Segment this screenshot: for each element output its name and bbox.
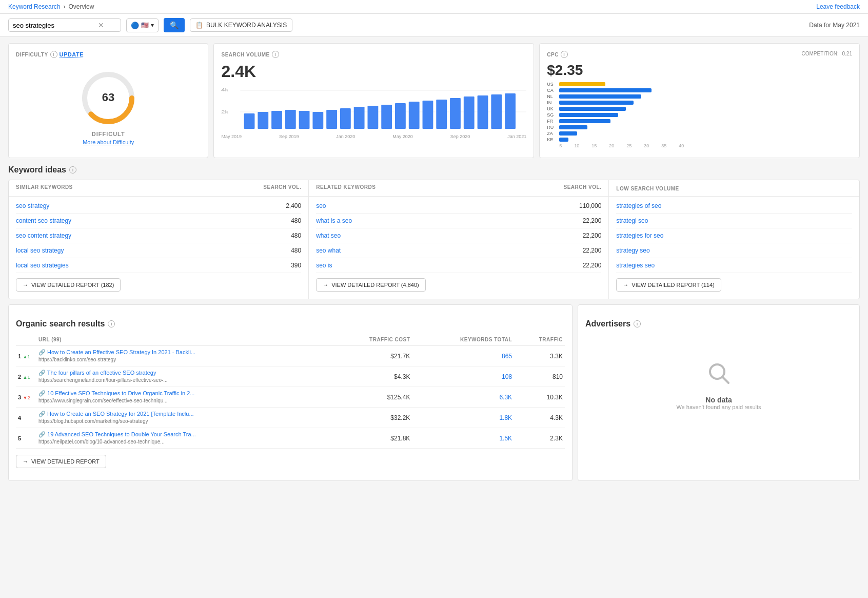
related-keywords-header: RELATED KEYWORDS [316, 184, 376, 192]
svg-text:63: 63 [102, 91, 114, 104]
svg-rect-20 [423, 101, 433, 129]
search-volume-label: SEARCH VOLUME i [221, 51, 526, 58]
organic-link-2[interactable]: 🔗 The four pillars of an effective SEO s… [38, 370, 328, 376]
advertisers-card: Advertisers i No data We haven't found a… [578, 304, 860, 481]
cpc-label: CPC i [547, 51, 568, 58]
organic-link-3[interactable]: 🔗 10 Effective SEO Techniques to Drive O… [38, 390, 328, 397]
svg-rect-15 [354, 107, 365, 129]
cpc-value: $2.35 [547, 62, 852, 79]
svg-rect-26 [505, 93, 516, 129]
traffic-header: TRAFFIC [514, 334, 565, 346]
svg-rect-18 [395, 103, 406, 129]
low-volume-column: strategies of seo strategi seo strategie… [609, 197, 859, 299]
low-kw-5[interactable]: strategies seo [616, 262, 655, 269]
related-kw-4[interactable]: seo what [316, 247, 341, 254]
svg-rect-21 [437, 100, 447, 129]
svg-rect-8 [258, 112, 269, 129]
search-volume-value: 2.4K [221, 62, 526, 81]
breadcrumb-separator: › [63, 3, 65, 10]
low-kw-4[interactable]: strategy seo [616, 247, 649, 254]
search-volume-card: SEARCH VOLUME i 2.4K 4k 2k [213, 43, 534, 158]
breadcrumb-parent[interactable]: Keyword Research [8, 3, 60, 10]
search-engine-selector[interactable]: 🔵 🇺🇸 ▾ [126, 18, 159, 32]
bulk-keyword-button[interactable]: 📋 BULK KEYWORD ANALYSIS [190, 18, 292, 32]
svg-rect-16 [368, 106, 379, 129]
organic-table: URL (99) TRAFFIC COST KEYWORDS TOTAL TRA… [16, 334, 565, 449]
organic-info-icon[interactable]: i [108, 320, 115, 327]
kw-link-2[interactable]: 108 [502, 373, 512, 380]
search-volume-info-icon[interactable]: i [272, 51, 279, 58]
low-kw-2[interactable]: strategi seo [616, 217, 648, 224]
similar-kw-4[interactable]: local seo strategy [16, 247, 64, 254]
organic-section-title: Organic search results i [16, 319, 565, 329]
data-info: Data for May 2021 [809, 22, 860, 29]
svg-rect-9 [272, 111, 283, 129]
bottom-row: Organic search results i URL (99) TRAFFI… [8, 304, 860, 481]
similar-kw-2[interactable]: content seo strategy [16, 217, 71, 224]
breadcrumb: Keyword Research › Overview [8, 3, 94, 10]
difficulty-update-link[interactable]: Update [60, 51, 84, 57]
similar-kw-5[interactable]: local seo strategies [16, 262, 69, 269]
table-row: 1 ▲1 🔗 How to Create an Effective SEO St… [16, 346, 565, 366]
svg-rect-12 [313, 112, 324, 129]
search-bar: ✕ 🔵 🇺🇸 ▾ 🔍 📋 BULK KEYWORD ANALYSIS Data … [0, 14, 868, 37]
related-vol-header: SEARCH VOL. [564, 184, 602, 192]
keyword-ideas-card: SIMILAR KEYWORDS SEARCH VOL. RELATED KEY… [8, 180, 860, 299]
difficulty-card: DIFFICULTY i Update 63 DIFFICULT More ab… [8, 43, 208, 158]
svg-rect-25 [491, 94, 502, 129]
main-content: DIFFICULTY i Update 63 DIFFICULT More ab… [0, 37, 868, 487]
svg-rect-13 [327, 110, 338, 129]
traffic-cost-header: TRAFFIC COST [330, 334, 412, 346]
related-kw-1[interactable]: seo [316, 202, 326, 209]
svg-rect-22 [450, 98, 461, 129]
related-kw-5[interactable]: seo is [316, 262, 332, 269]
related-kw-3[interactable]: what seo [316, 232, 341, 239]
low-kw-1[interactable]: strategies of seo [616, 202, 661, 209]
organic-view-report-btn[interactable]: → VIEW DETAILED REPORT [16, 455, 106, 468]
organic-link-1[interactable]: 🔗 How to Create an Effective SEO Strateg… [38, 349, 328, 356]
kw-link-3[interactable]: 6.3K [499, 394, 512, 401]
related-kw-2[interactable]: what is a seo [316, 217, 352, 224]
table-row: 2 ▲1 🔗 The four pillars of an effective … [16, 366, 565, 387]
similar-kw-3[interactable]: seo content strategy [16, 232, 71, 239]
kw-link-4[interactable]: 1.8K [499, 414, 512, 421]
search-button[interactable]: 🔍 [164, 18, 185, 32]
low-volume-view-report-btn[interactable]: → VIEW DETAILED REPORT (114) [616, 278, 721, 292]
advertisers-info-icon[interactable]: i [634, 320, 641, 327]
organic-link-4[interactable]: 🔗 How to Create an SEO Strategy for 2021… [38, 411, 328, 417]
url-col-header-label: URL (99) [36, 334, 330, 346]
competition-info: COMPETITION: 0.21 [802, 51, 852, 56]
organic-link-5[interactable]: 🔗 19 Advanced SEO Techniques to Double Y… [38, 431, 328, 438]
search-input[interactable] [13, 22, 95, 29]
kw-link-1[interactable]: 865 [502, 353, 512, 360]
keyword-ideas-info-icon[interactable]: i [69, 166, 76, 173]
arrow-right-icon-3: → [623, 282, 628, 288]
keyword-ideas-section: Keyword ideas i SIMILAR KEYWORDS SEARCH … [8, 165, 860, 299]
similar-kw-1[interactable]: seo strategy [16, 202, 49, 209]
similar-view-report-btn[interactable]: → VIEW DETAILED REPORT (182) [16, 278, 121, 292]
chevron-down-icon: ▾ [151, 22, 154, 29]
advertisers-section-title: Advertisers i [585, 319, 852, 329]
related-view-report-btn[interactable]: → VIEW DETAILED REPORT (4,840) [316, 278, 426, 292]
metrics-row: DIFFICULTY i Update 63 DIFFICULT More ab… [8, 43, 860, 158]
table-row: 5 🔗 19 Advanced SEO Techniques to Double… [16, 428, 565, 449]
svg-rect-17 [382, 105, 392, 129]
difficulty-level: DIFFICULT [92, 131, 125, 137]
difficulty-gauge: 63 [77, 67, 139, 129]
more-about-difficulty-link[interactable]: More about Difficulty [83, 139, 134, 145]
cpc-info-icon[interactable]: i [561, 51, 568, 58]
svg-text:2k: 2k [221, 109, 228, 114]
search-volume-chart: 4k 2k [221, 85, 526, 137]
google-icon: 🔵 [131, 22, 139, 29]
clear-icon[interactable]: ✕ [98, 21, 104, 29]
svg-rect-24 [478, 95, 488, 129]
svg-rect-23 [464, 97, 475, 129]
kw-link-5[interactable]: 1.5K [499, 435, 512, 442]
gauge-container: 63 DIFFICULT More about Difficulty [16, 62, 201, 150]
low-kw-3[interactable]: strategies for seo [616, 232, 663, 239]
svg-line-28 [722, 377, 728, 383]
difficulty-info-icon[interactable]: i [50, 51, 57, 58]
search-icon: 🔍 [170, 21, 179, 29]
similar-keywords-header: SIMILAR KEYWORDS [16, 184, 73, 192]
leave-feedback-link[interactable]: Leave feedback [816, 3, 860, 10]
